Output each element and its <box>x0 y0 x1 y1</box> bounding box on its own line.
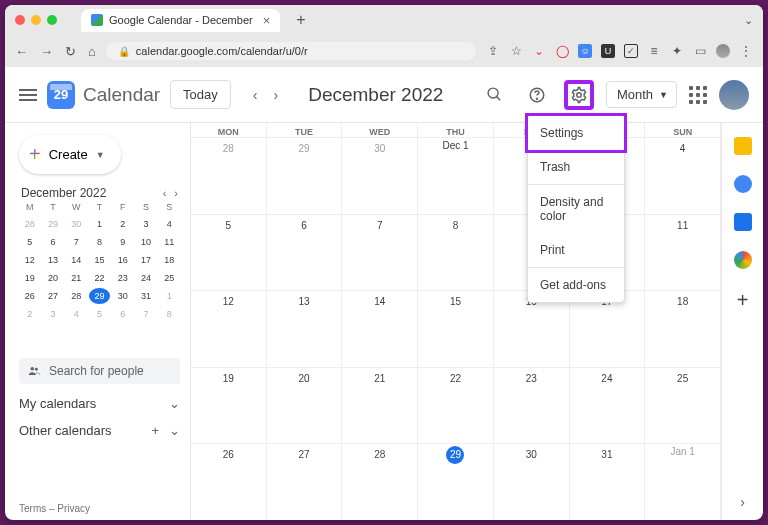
minical-day[interactable]: 6 <box>112 306 133 322</box>
minical-day[interactable]: 3 <box>135 216 156 232</box>
day-cell[interactable]: 28 <box>342 444 418 520</box>
minical-day[interactable]: 16 <box>112 252 133 268</box>
minical-day[interactable]: 12 <box>19 252 40 268</box>
minical-day[interactable]: 8 <box>89 234 110 250</box>
day-cell[interactable]: 27 <box>267 444 343 520</box>
new-tab-button[interactable]: + <box>296 11 305 29</box>
day-cell[interactable]: 4 <box>645 138 721 214</box>
day-cell[interactable]: 23 <box>494 368 570 444</box>
minical-day[interactable]: 5 <box>19 234 40 250</box>
minical-day[interactable]: 29 <box>89 288 110 304</box>
tabs-overflow-icon[interactable]: ⌄ <box>744 14 753 27</box>
account-avatar[interactable] <box>719 80 749 110</box>
minical-day[interactable]: 3 <box>42 306 63 322</box>
minical-day[interactable]: 28 <box>66 288 87 304</box>
day-cell[interactable]: 21 <box>342 368 418 444</box>
day-cell[interactable]: 11 <box>645 215 721 291</box>
today-button[interactable]: Today <box>170 80 231 109</box>
minical-day[interactable]: 25 <box>159 270 180 286</box>
minical-day[interactable]: 26 <box>19 288 40 304</box>
view-selector[interactable]: Month ▼ <box>606 81 677 108</box>
star-icon[interactable]: ☆ <box>509 44 523 58</box>
prev-period-button[interactable]: ‹ <box>247 83 264 107</box>
minical-day[interactable]: 4 <box>66 306 87 322</box>
my-calendars-toggle[interactable]: My calendars ⌄ <box>19 396 180 411</box>
maximize-window[interactable] <box>47 15 57 25</box>
menu-item-print[interactable]: Print <box>528 233 624 267</box>
opera-icon[interactable]: ◯ <box>555 44 569 58</box>
minical-day[interactable]: 19 <box>19 270 40 286</box>
bookmarks-icon[interactable]: ▭ <box>693 44 707 58</box>
day-cell[interactable]: 8 <box>418 215 494 291</box>
minical-day[interactable]: 29 <box>42 216 63 232</box>
day-cell[interactable]: 19 <box>191 368 267 444</box>
tasks-icon[interactable] <box>734 175 752 193</box>
minical-day[interactable]: 30 <box>112 288 133 304</box>
minical-day[interactable]: 15 <box>89 252 110 268</box>
minimize-window[interactable] <box>31 15 41 25</box>
next-period-button[interactable]: › <box>267 83 284 107</box>
day-cell[interactable]: 25 <box>645 368 721 444</box>
ext-icon-1[interactable]: ☺ <box>578 44 592 58</box>
minical-day[interactable]: 4 <box>159 216 180 232</box>
day-cell[interactable]: 28 <box>191 138 267 214</box>
minical-day[interactable]: 31 <box>135 288 156 304</box>
day-cell[interactable]: 5 <box>191 215 267 291</box>
day-cell[interactable]: 29 <box>418 444 494 520</box>
reload-button[interactable]: ↻ <box>65 44 76 59</box>
day-cell[interactable]: 14 <box>342 291 418 367</box>
forward-button[interactable]: → <box>40 44 53 59</box>
day-cell[interactable]: Jan 1 <box>645 444 721 520</box>
minical-day[interactable]: 28 <box>19 216 40 232</box>
minical-day[interactable]: 18 <box>159 252 180 268</box>
other-calendars-toggle[interactable]: Other calendars + ⌄ <box>19 423 180 438</box>
menu-item-settings[interactable]: Settings <box>525 113 627 153</box>
day-cell[interactable]: 22 <box>418 368 494 444</box>
ext-icon-2[interactable]: U <box>601 44 615 58</box>
menu-item-trash[interactable]: Trash <box>528 150 624 184</box>
minical-day[interactable]: 24 <box>135 270 156 286</box>
add-panel-icon[interactable]: + <box>737 289 749 312</box>
close-tab-icon[interactable]: × <box>263 13 271 28</box>
minical-day[interactable]: 10 <box>135 234 156 250</box>
minical-day[interactable]: 2 <box>19 306 40 322</box>
minical-day[interactable]: 22 <box>89 270 110 286</box>
minical-day[interactable]: 30 <box>66 216 87 232</box>
minical-day[interactable]: 1 <box>159 288 180 304</box>
address-bar[interactable]: 🔒 calendar.google.com/calendar/u/0/r <box>106 42 476 60</box>
day-cell[interactable]: 18 <box>645 291 721 367</box>
minical-day[interactable]: 20 <box>42 270 63 286</box>
day-cell[interactable]: 29 <box>267 138 343 214</box>
contacts-icon[interactable] <box>734 213 752 231</box>
search-people-input[interactable]: Search for people <box>19 358 180 384</box>
minical-day[interactable]: 17 <box>135 252 156 268</box>
google-apps-icon[interactable] <box>689 86 707 104</box>
day-cell[interactable]: 30 <box>494 444 570 520</box>
keep-icon[interactable] <box>734 137 752 155</box>
day-cell[interactable]: 12 <box>191 291 267 367</box>
pocket-icon[interactable]: ⌄ <box>532 44 546 58</box>
minical-day[interactable]: 9 <box>112 234 133 250</box>
day-cell[interactable]: 20 <box>267 368 343 444</box>
menu-item-density[interactable]: Density and color <box>528 185 624 233</box>
day-cell[interactable]: 15 <box>418 291 494 367</box>
minical-day[interactable]: 13 <box>42 252 63 268</box>
settings-button[interactable] <box>564 80 594 110</box>
day-cell[interactable]: Dec 1 <box>418 138 494 214</box>
minical-day[interactable]: 14 <box>66 252 87 268</box>
help-button[interactable] <box>522 80 552 110</box>
day-cell[interactable]: 24 <box>570 368 646 444</box>
day-cell[interactable]: 26 <box>191 444 267 520</box>
search-button[interactable] <box>480 80 510 110</box>
share-icon[interactable]: ⇪ <box>486 44 500 58</box>
day-cell[interactable]: 31 <box>570 444 646 520</box>
footer-links[interactable]: Terms – Privacy <box>19 503 180 514</box>
minical-day[interactable]: 5 <box>89 306 110 322</box>
day-cell[interactable]: 13 <box>267 291 343 367</box>
minical-day[interactable]: 11 <box>159 234 180 250</box>
minical-day[interactable]: 7 <box>135 306 156 322</box>
menu-item-addons[interactable]: Get add-ons <box>528 268 624 302</box>
product-logo[interactable]: 29 Calendar <box>47 81 160 109</box>
ext-icon-3[interactable]: ✓ <box>624 44 638 58</box>
create-button[interactable]: + Create ▼ <box>19 135 121 174</box>
